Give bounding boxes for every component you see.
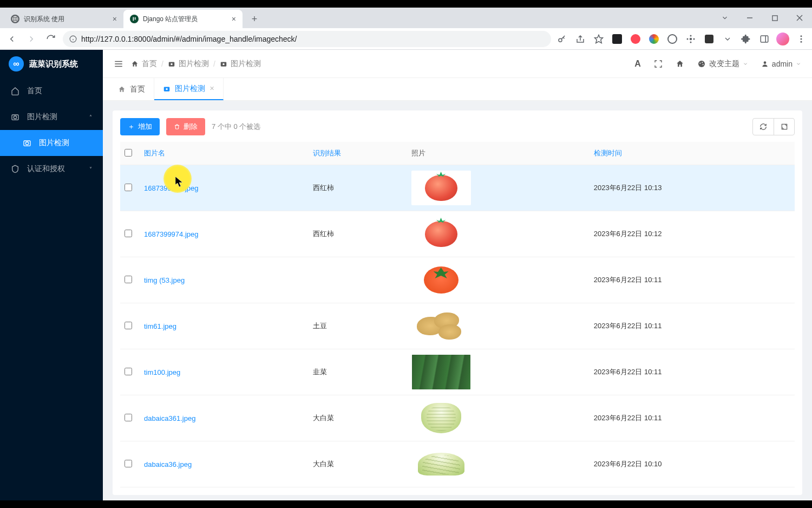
breadcrumb-home[interactable]: 首页: [131, 59, 157, 69]
star-icon[interactable]: [592, 32, 605, 45]
expand-button[interactable]: [774, 119, 794, 135]
filename-link[interactable]: dabaica361.jpeg: [144, 414, 195, 422]
svg-point-33: [698, 61, 705, 67]
home-icon: [11, 87, 19, 95]
ext-icon-5[interactable]: [684, 32, 697, 45]
close-window-button[interactable]: [787, 9, 812, 27]
close-icon[interactable]: ✕: [209, 85, 214, 92]
key-icon[interactable]: [555, 32, 568, 45]
sidebar-item-home[interactable]: 首页: [0, 78, 103, 104]
app-logo[interactable]: ∞ 蔬菜识别系统: [0, 50, 103, 78]
svg-point-25: [25, 142, 28, 145]
fullscreen-button[interactable]: [654, 60, 663, 68]
filename-link[interactable]: dabaica36.jpeg: [144, 460, 192, 468]
svg-point-23: [14, 116, 16, 119]
chevron-down-icon: [743, 61, 748, 67]
row-checkbox[interactable]: [125, 322, 132, 329]
expand-icon: [654, 60, 663, 68]
data-table: 图片名 识别结果 照片 检测时间 1687399985.jpeg 西红柿 202…: [120, 142, 795, 487]
maximize-button[interactable]: [762, 9, 787, 27]
filename-link[interactable]: tim61.jpeg: [144, 322, 176, 330]
filename-link[interactable]: timg (53.jpeg: [144, 276, 185, 284]
url-input[interactable]: http://127.0.0.1:8000/admin/#/admin/imag…: [63, 31, 551, 47]
chevron-up-icon: ˄: [89, 114, 92, 120]
close-icon[interactable]: ×: [232, 15, 236, 23]
svg-point-16: [693, 38, 695, 40]
time-cell: 2023年6月22日 10:11: [590, 303, 795, 349]
col-filename[interactable]: 图片名: [140, 142, 309, 165]
url-text: http://127.0.0.1:8000/admin/#/admin/imag…: [81, 35, 297, 43]
ext-icon-6[interactable]: [703, 32, 716, 45]
forward-button[interactable]: [24, 31, 39, 47]
infinity-icon: ∞: [9, 56, 24, 71]
row-checkbox[interactable]: [125, 368, 132, 375]
select-all-checkbox[interactable]: [125, 149, 132, 157]
delete-button[interactable]: 删除: [166, 118, 205, 135]
col-result[interactable]: 识别结果: [309, 142, 407, 165]
svg-point-19: [801, 35, 802, 37]
row-checkbox[interactable]: [125, 184, 132, 191]
row-checkbox[interactable]: [125, 460, 132, 467]
home-button[interactable]: [676, 60, 684, 68]
svg-point-13: [690, 35, 692, 36]
ext-icon-2[interactable]: [629, 32, 642, 45]
svg-point-39: [166, 88, 168, 90]
font-button[interactable]: A: [634, 59, 641, 69]
app-title: 蔬菜识别系统: [29, 59, 78, 69]
page-tab-image-detect[interactable]: 图片检测 ✕: [154, 78, 224, 100]
camera-icon: [11, 113, 19, 121]
trash-icon: [174, 123, 180, 130]
thumbnail[interactable]: [411, 447, 471, 481]
back-button[interactable]: [4, 31, 19, 47]
thumbnail[interactable]: [411, 263, 471, 297]
share-icon[interactable]: [574, 32, 587, 45]
ext-icon-1[interactable]: [611, 32, 624, 45]
info-icon: [69, 35, 77, 43]
panel-icon[interactable]: [758, 32, 771, 45]
ext-icon-4[interactable]: [666, 32, 679, 45]
thumbnail[interactable]: [411, 355, 471, 389]
menu-icon[interactable]: [795, 32, 808, 45]
svg-rect-17: [761, 36, 768, 42]
filename-link[interactable]: 1687399974.jpeg: [144, 230, 199, 238]
ext-icon-3[interactable]: [647, 32, 660, 45]
user-menu[interactable]: admin: [761, 60, 801, 68]
palette-icon: [697, 60, 706, 68]
extensions-icon[interactable]: [739, 32, 752, 45]
minimize-button[interactable]: [737, 9, 762, 27]
browser-tab-strip: 识别系统 使用 × Django 站点管理员 × +: [0, 8, 812, 28]
row-checkbox[interactable]: [125, 414, 132, 421]
thumbnail[interactable]: [411, 401, 471, 435]
row-checkbox[interactable]: [125, 276, 132, 283]
tab-title: Django 站点管理员: [143, 15, 198, 24]
sidebar-item-image-detect[interactable]: 图片检测 ˄: [0, 104, 103, 130]
result-cell: [309, 257, 407, 303]
theme-selector[interactable]: 改变主题: [697, 59, 748, 69]
browser-tab[interactable]: 识别系统 使用 ×: [4, 10, 123, 28]
filename-link[interactable]: 1687399985.jpeg: [144, 184, 199, 192]
filename-link[interactable]: tim100.jpeg: [144, 368, 180, 376]
new-tab-button[interactable]: +: [247, 11, 262, 27]
sidebar-subitem-image-detect[interactable]: 图片检测: [0, 130, 103, 156]
row-checkbox[interactable]: [125, 230, 132, 237]
thumbnail[interactable]: [411, 217, 471, 251]
reload-button[interactable]: [43, 31, 58, 47]
refresh-button[interactable]: [753, 119, 774, 135]
breadcrumb-group[interactable]: 图片检测: [168, 59, 209, 69]
add-button[interactable]: ＋ 增加: [120, 118, 160, 135]
ext-icon-7[interactable]: [721, 32, 734, 45]
col-time[interactable]: 检测时间: [590, 142, 795, 165]
browser-tab-active[interactable]: Django 站点管理员 ×: [123, 10, 243, 28]
close-icon[interactable]: ×: [113, 15, 117, 23]
time-cell: 2023年6月22日 10:12: [590, 211, 795, 257]
thumbnail[interactable]: [411, 309, 471, 343]
dropdown-icon[interactable]: [712, 9, 737, 27]
sidebar-item-auth[interactable]: 认证和授权 ˅: [0, 156, 103, 182]
home-icon: [118, 86, 126, 93]
svg-point-14: [690, 41, 692, 43]
profile-avatar[interactable]: [776, 32, 789, 45]
svg-point-21: [801, 41, 802, 42]
hamburger-button[interactable]: [114, 59, 123, 69]
thumbnail[interactable]: [411, 171, 471, 205]
page-tab-home[interactable]: 首页: [109, 78, 154, 100]
